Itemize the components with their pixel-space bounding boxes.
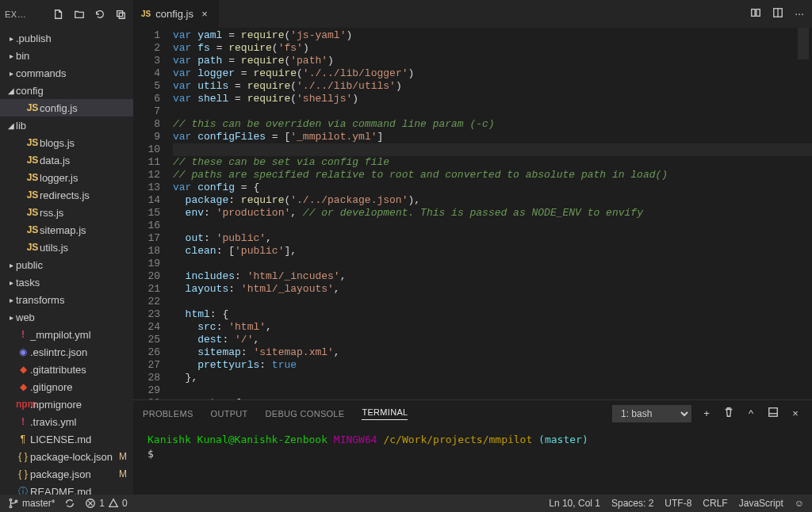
folder--publish[interactable]: ▸.publish — [0, 29, 133, 47]
code-line[interactable]: // these can be set via config file — [173, 156, 812, 169]
file-rss-js[interactable]: JSrss.js — [0, 204, 133, 221]
folder-transforms[interactable]: ▸transforms — [0, 291, 133, 308]
code-line[interactable]: // paths are specified relative to root … — [173, 169, 812, 181]
code-line[interactable]: // this can be overriden via command lin… — [173, 118, 812, 131]
collapse-all-icon[interactable] — [113, 6, 128, 22]
file-package-json[interactable]: { }package.jsonM — [0, 465, 133, 483]
file-README-md[interactable]: ⓘREADME.md — [0, 483, 133, 495]
code-line[interactable]: var path = require('path') — [173, 55, 812, 67]
code-line[interactable]: var logger = require('./../lib/logger') — [173, 67, 812, 80]
file-blogs-js[interactable]: JSblogs.js — [0, 134, 133, 151]
code-line[interactable]: html: { — [173, 308, 812, 321]
tree-item-label: config.js — [40, 102, 133, 114]
code-line[interactable]: sitemap: 'sitemap.xml', — [173, 346, 812, 359]
more-actions-icon[interactable]: ··· — [795, 7, 804, 21]
status-spaces[interactable]: Spaces: 2 — [611, 498, 653, 509]
status-language[interactable]: JavaScript — [739, 498, 783, 509]
new-file-icon[interactable] — [51, 6, 67, 22]
file--gitignore[interactable]: ◆.gitignore — [0, 378, 133, 395]
file-redirects-js[interactable]: JSredirects.js — [0, 186, 133, 204]
status-feedback-icon[interactable]: ☺ — [795, 498, 804, 509]
panel-tab-problems[interactable]: Problems — [143, 409, 193, 418]
folder-config[interactable]: ◢config — [0, 82, 133, 99]
new-terminal-icon[interactable]: + — [699, 407, 714, 419]
tree-item-label: web — [16, 311, 133, 323]
panel-tab-terminal[interactable]: Terminal — [362, 407, 408, 420]
code-line[interactable]: var yaml = require('js-yaml') — [173, 29, 812, 42]
tree-item-label: rss.js — [40, 207, 133, 219]
file-package-lock-json[interactable]: { }package-lock.jsonM — [0, 448, 133, 465]
close-icon[interactable]: × — [198, 8, 211, 20]
code-line[interactable] — [173, 220, 812, 232]
editor-tab-config[interactable]: JS config.js × — [133, 0, 220, 28]
panel-tab-output[interactable]: Output — [211, 409, 248, 418]
file-sitemap-js[interactable]: JSsitemap.js — [0, 221, 133, 239]
terminal-content[interactable]: Kanishk Kunal@Kanishk-Zenbook MINGW64 /c… — [133, 426, 812, 495]
code-line[interactable]: package: require('./../package.json'), — [173, 194, 812, 207]
file-logger-js[interactable]: JSlogger.js — [0, 169, 133, 186]
code-line[interactable]: var configFiles = ['_mmpilot.yml'] — [173, 131, 812, 143]
status-eol[interactable]: CRLF — [703, 498, 727, 509]
file-LICENSE-md[interactable]: ¶LICENSE.md — [0, 430, 133, 448]
file--travis-yml[interactable]: !.travis.yml — [0, 413, 133, 430]
code-line[interactable]: out: 'public', — [173, 232, 812, 245]
code-line[interactable]: }, — [173, 372, 812, 384]
code-line[interactable]: var config = { — [173, 181, 812, 194]
file-_mmpilot-yml[interactable]: !_mmpilot.yml — [0, 326, 133, 343]
code-line[interactable] — [173, 296, 812, 308]
file--gitattributes[interactable]: ◆.gitattributes — [0, 361, 133, 378]
file-tree[interactable]: ▸.publish▸bin▸commands◢configJSconfig.js… — [0, 28, 133, 495]
modified-badge: M — [119, 468, 127, 480]
svg-rect-0 — [752, 10, 755, 17]
minimap[interactable] — [798, 28, 812, 399]
status-sync[interactable] — [64, 498, 75, 509]
code-line[interactable]: var utils = require('./../lib/utils') — [173, 80, 812, 93]
compare-icon[interactable] — [750, 7, 761, 21]
file-config-js[interactable]: JSconfig.js — [0, 99, 133, 117]
code-line[interactable] — [173, 258, 812, 270]
status-branch[interactable]: master* — [8, 498, 55, 509]
folder-lib[interactable]: ◢lib — [0, 117, 133, 134]
tree-item-label: public — [16, 259, 133, 271]
code-line[interactable] — [173, 105, 812, 118]
code-line[interactable]: assets: { — [173, 397, 812, 399]
code-line[interactable]: env: 'production', // or development. Th… — [173, 207, 812, 220]
close-panel-icon[interactable]: × — [788, 407, 802, 419]
chevron-icon: ▸ — [6, 52, 16, 60]
file-data-js[interactable]: JSdata.js — [0, 151, 133, 169]
refresh-icon[interactable] — [92, 6, 108, 22]
code-line[interactable]: var shell = require('shelljs') — [173, 93, 812, 105]
tree-item-label: _mmpilot.yml — [30, 329, 133, 341]
new-folder-icon[interactable] — [71, 6, 87, 22]
file-utils-js[interactable]: JSutils.js — [0, 239, 133, 256]
status-problems[interactable]: 1 0 — [85, 498, 127, 509]
code-editor[interactable]: 1234567891011121314151617181920212223242… — [133, 28, 812, 399]
tree-item-label: data.js — [40, 155, 133, 166]
code-line[interactable]: includes: 'html/_incudes', — [173, 270, 812, 283]
folder-web[interactable]: ▸web — [0, 308, 133, 326]
code-line[interactable]: src: 'html', — [173, 321, 812, 334]
terminal-selector[interactable]: 1: bash — [612, 405, 691, 422]
file--eslintrc-json[interactable]: ◉.eslintrc.json — [0, 343, 133, 361]
folder-tasks[interactable]: ▸tasks — [0, 273, 133, 291]
panel-tab-debugconsole[interactable]: Debug Console — [266, 409, 345, 418]
kill-terminal-icon[interactable] — [722, 407, 736, 420]
code-line[interactable] — [173, 384, 812, 397]
file--npmignore[interactable]: npm.npmignore — [0, 395, 133, 413]
code-line[interactable]: var fs = require('fs') — [173, 42, 812, 55]
status-encoding[interactable]: UTF-8 — [665, 498, 691, 509]
folder-bin[interactable]: ▸bin — [0, 47, 133, 64]
folder-commands[interactable]: ▸commands — [0, 64, 133, 82]
folder-public[interactable]: ▸public — [0, 256, 133, 273]
chevron-icon: ▸ — [6, 313, 16, 322]
status-linecol[interactable]: Ln 10, Col 1 — [549, 498, 600, 509]
code-line[interactable] — [173, 143, 812, 156]
branch-icon — [8, 498, 19, 509]
maximize-panel-icon[interactable]: ^ — [744, 407, 758, 419]
code-line[interactable]: dest: '/', — [173, 334, 812, 346]
code-line[interactable]: prettyurls: true — [173, 359, 812, 372]
toggle-panel-icon[interactable] — [766, 407, 780, 420]
split-editor-icon[interactable] — [772, 7, 783, 21]
code-line[interactable]: layouts: 'html/_layouts', — [173, 283, 812, 296]
code-line[interactable]: clean: ['public'], — [173, 245, 812, 258]
